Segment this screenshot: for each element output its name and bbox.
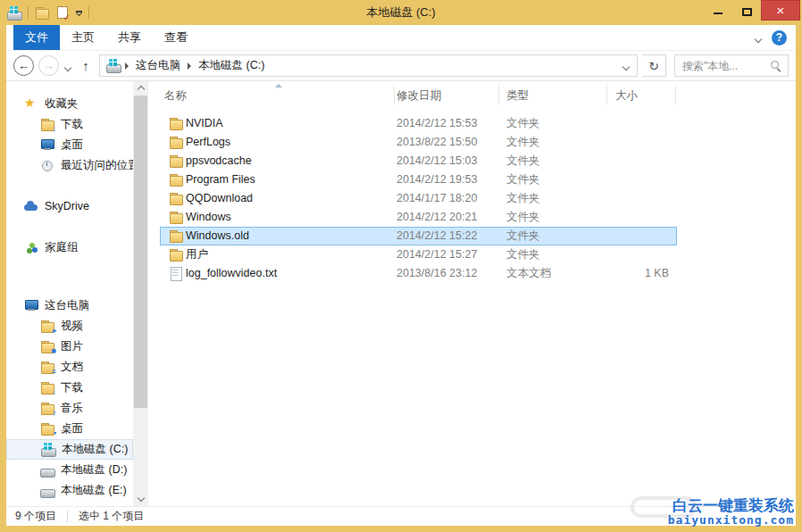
file-row[interactable]: 用户2014/2/12 15:27文件夹 xyxy=(160,245,677,264)
breadcrumb-arrow-icon[interactable] xyxy=(188,62,191,70)
sidebar-item-label: 图片 xyxy=(61,339,83,354)
refresh-button[interactable] xyxy=(642,54,666,77)
this-pc-icon xyxy=(24,299,38,312)
file-row[interactable]: Windows.old2014/2/12 15:22文件夹 xyxy=(160,227,677,245)
sidebar-item-music[interactable]: ♪音乐 xyxy=(6,398,133,419)
breadcrumb: 这台电脑本地磁盘 (C:) xyxy=(121,58,267,73)
maximize-button[interactable] xyxy=(732,0,761,21)
skydrive-cloud-icon xyxy=(24,199,38,212)
forward-button[interactable]: → xyxy=(38,55,59,76)
column-header-name[interactable]: 名称 xyxy=(164,88,187,104)
file-type: 文件夹 xyxy=(506,227,540,245)
sidebar-item-recent-places[interactable]: 最近访问的位置 xyxy=(6,155,133,176)
sort-ascending-icon xyxy=(275,84,282,87)
folder-icon xyxy=(169,136,183,149)
folder-icon xyxy=(169,173,183,187)
address-dropdown-chevron-icon[interactable] xyxy=(623,60,631,72)
sidebar-item-favorites[interactable]: 收藏夹 xyxy=(6,94,133,114)
window-controls xyxy=(704,0,802,25)
file-type: 文本文档 xyxy=(506,264,551,283)
column-separator[interactable] xyxy=(394,86,395,104)
column-separator[interactable] xyxy=(606,86,607,104)
minimize-button[interactable] xyxy=(704,0,732,21)
sidebar-item-skydrive[interactable]: SkyDrive xyxy=(6,195,133,216)
customize-toolbar-chevron-icon[interactable] xyxy=(76,11,82,15)
sidebar-item-label: 下载 xyxy=(61,117,83,132)
help-button[interactable] xyxy=(772,30,787,46)
file-row[interactable]: ppsvodcache2014/2/12 15:03文件夹 xyxy=(160,152,677,170)
file-row[interactable]: log_followvideo.txt2013/8/16 23:12文本文档1 … xyxy=(160,264,677,283)
search-icon[interactable] xyxy=(770,60,782,72)
sidebar-item-desktop[interactable]: 桌面 xyxy=(6,135,133,155)
sidebar-item-downloads-pc[interactable]: ↓下载 xyxy=(6,378,133,398)
column-separator[interactable] xyxy=(498,86,499,104)
breadcrumb-item[interactable]: 这台电脑 xyxy=(133,58,183,73)
file-type: 文件夹 xyxy=(506,189,540,208)
tab-share[interactable]: 共享 xyxy=(106,25,153,50)
file-row[interactable]: Program Files2014/2/12 19:53文件夹 xyxy=(160,170,677,189)
sidebar-item-desktop-pc[interactable]: ▪桌面 xyxy=(6,419,133,439)
navigation-bar: ← → ↑ 这台电脑本地磁盘 (C:) xyxy=(6,51,796,81)
column-header-size[interactable]: 大小 xyxy=(615,88,638,104)
expand-ribbon-chevron-icon[interactable] xyxy=(756,29,761,46)
scrollbar-thumb[interactable] xyxy=(134,96,147,408)
file-name: NVIDIA xyxy=(186,114,223,133)
close-button[interactable] xyxy=(761,0,800,21)
sidebar-item-label: 文档 xyxy=(61,360,83,375)
system-drive-icon xyxy=(41,443,55,456)
music-folder-icon: ♪ xyxy=(40,402,54,415)
file-date-modified: 2014/2/12 19:53 xyxy=(397,170,477,189)
tab-home[interactable]: 主页 xyxy=(60,25,106,50)
sidebar-item-local-disk-e[interactable]: 本地磁盘 (E:) xyxy=(6,480,133,501)
file-row[interactable]: NVIDIA2014/2/12 15:53文件夹 xyxy=(160,114,677,133)
toolbar-separator xyxy=(88,6,89,19)
sidebar-item-downloads[interactable]: ↓下载 xyxy=(6,114,133,135)
system-drive-icon[interactable] xyxy=(7,6,21,20)
search-box xyxy=(674,54,789,77)
tab-file[interactable]: 文件 xyxy=(13,25,60,50)
scrollbar-down-icon[interactable] xyxy=(133,493,148,506)
file-row[interactable]: PerfLogs2013/8/22 15:50文件夹 xyxy=(160,133,677,152)
file-type: 文件夹 xyxy=(506,208,540,227)
nav-scrollbar[interactable] xyxy=(133,81,148,506)
folder-icon xyxy=(169,192,183,205)
history-chevron-icon[interactable] xyxy=(63,58,72,74)
sidebar-item-local-disk-c[interactable]: 本地磁盘 (C:) xyxy=(6,439,133,460)
toolbar-separator xyxy=(28,6,29,19)
search-input[interactable] xyxy=(681,59,766,73)
tab-view[interactable]: 查看 xyxy=(153,25,199,50)
column-header-date[interactable]: 修改日期 xyxy=(397,88,441,104)
file-row[interactable]: QQDownload2014/1/17 18:20文件夹 xyxy=(160,189,677,208)
pictures-folder-icon: ■ xyxy=(40,340,54,353)
sidebar-item-documents[interactable]: ≡文档 xyxy=(6,357,133,378)
column-header-type[interactable]: 类型 xyxy=(506,88,529,104)
file-date-modified: 2013/8/22 15:50 xyxy=(397,133,477,152)
drive-icon xyxy=(40,463,54,477)
properties-folder-icon[interactable] xyxy=(35,6,49,20)
column-separator[interactable] xyxy=(675,86,676,104)
sidebar-item-this-pc[interactable]: 这台电脑 xyxy=(6,295,133,316)
new-item-icon[interactable] xyxy=(55,6,70,20)
watermark: 白云一键重装系统 baiyunxitong.com xyxy=(668,497,794,528)
up-button[interactable]: ↑ xyxy=(77,58,95,73)
scrollbar-up-icon[interactable] xyxy=(133,81,148,95)
sidebar-item-label: 桌面 xyxy=(61,421,83,436)
sidebar-item-label: 这台电脑 xyxy=(45,298,89,313)
address-bar[interactable]: 这台电脑本地磁盘 (C:) xyxy=(99,54,638,77)
file-name: QQDownload xyxy=(186,189,253,208)
sidebar-item-videos[interactable]: ▸视频 xyxy=(6,316,133,337)
sidebar-item-local-disk-d[interactable]: 本地磁盘 (D:) xyxy=(6,460,133,480)
sidebar-item-homegroup[interactable]: 家庭组 xyxy=(6,237,133,258)
file-row[interactable]: Windows2014/2/12 20:21文件夹 xyxy=(160,208,677,227)
homegroup-icon xyxy=(24,241,38,254)
file-list-pane: 名称修改日期类型大小 NVIDIA2014/2/12 15:53文件夹PerfL… xyxy=(148,81,796,506)
breadcrumb-item[interactable]: 本地磁盘 (C:) xyxy=(196,58,267,73)
back-button[interactable]: ← xyxy=(13,55,34,76)
window-body: 文件主页共享查看 ← → ↑ 这台电脑本地磁盘 (C:) 收藏夹↓下载桌 xyxy=(6,25,796,526)
sidebar-item-label: 视频 xyxy=(61,319,83,334)
breadcrumb-arrow-icon[interactable] xyxy=(125,62,129,70)
sidebar-item-label: 最近访问的位置 xyxy=(61,158,133,173)
drive-icon xyxy=(40,484,54,497)
file-name: ppsvodcache xyxy=(186,152,252,170)
sidebar-item-pictures[interactable]: ■图片 xyxy=(6,337,133,357)
